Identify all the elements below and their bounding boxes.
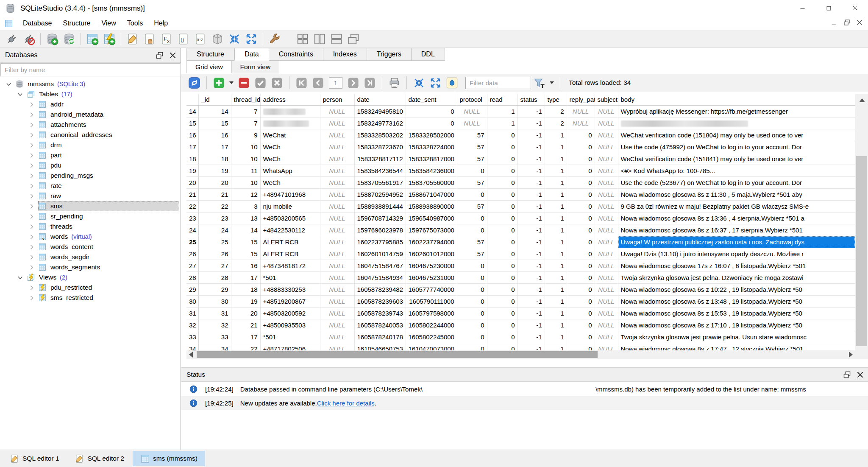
cell-body[interactable]: Nowa wiadomosc glosowa 8s z 16:37 , 17 s… xyxy=(618,224,855,236)
row-number[interactable]: 23 xyxy=(186,212,198,224)
cell-date[interactable]: 1604751584767 xyxy=(354,260,406,271)
cell-status[interactable]: -1 xyxy=(517,200,545,212)
cell-subject[interactable]: NULL xyxy=(595,224,618,236)
cell-date_sent[interactable]: 0 xyxy=(406,117,457,129)
sidebar-item-words-content[interactable]: words_content xyxy=(0,242,181,252)
cell-type[interactable]: 1 xyxy=(545,236,567,248)
cell-person[interactable]: NULL xyxy=(320,117,354,129)
cell-read[interactable]: 0 xyxy=(487,331,517,343)
cell-read[interactable]: 0 xyxy=(487,129,517,141)
del-row-icon[interactable] xyxy=(238,77,250,89)
float-icon[interactable] xyxy=(843,370,851,379)
cell-address[interactable] xyxy=(260,105,320,117)
cell-address[interactable]: ALERT RCB xyxy=(260,236,320,248)
scroll-up-icon[interactable] xyxy=(859,98,865,102)
row-number[interactable]: 27 xyxy=(186,260,198,271)
cell-address[interactable]: +48947101968 xyxy=(260,188,320,200)
chev-right-icon[interactable] xyxy=(28,162,35,169)
cell-date[interactable]: 1605878240178 xyxy=(354,331,406,343)
sidebar-item-rate[interactable]: rate xyxy=(0,181,181,191)
cell-thread_id[interactable]: 13 xyxy=(231,212,260,224)
cell-reply_path[interactable]: 0 xyxy=(567,236,595,248)
sidebar-item-drm[interactable]: drm xyxy=(0,140,181,150)
chev-right-icon[interactable] xyxy=(28,223,35,230)
convert-database-icon[interactable] xyxy=(63,33,75,45)
row-number[interactable]: 14 xyxy=(186,105,198,117)
cell-type[interactable]: 1 xyxy=(545,283,567,295)
sidebar-item-addr[interactable]: addr xyxy=(0,99,181,109)
cell-subject[interactable]: NULL xyxy=(595,271,618,283)
cell-subject[interactable]: NULL xyxy=(595,188,618,200)
row-number-header[interactable] xyxy=(186,94,198,105)
cell-thread_id[interactable]: 19 xyxy=(231,295,260,307)
mdi-rows-icon[interactable] xyxy=(330,33,343,45)
cell-subject[interactable]: NULL xyxy=(595,153,618,165)
cell-body[interactable]: Use the code (523677) on WeChat to log i… xyxy=(618,176,855,188)
cell-subject[interactable]: NULL xyxy=(595,141,618,153)
cell-protocol[interactable]: 0 xyxy=(457,224,487,236)
row-number[interactable]: 17 xyxy=(186,141,198,153)
win-close-button[interactable] xyxy=(842,0,868,17)
cell-person[interactable]: NULL xyxy=(320,295,354,307)
cell-status[interactable]: -1 xyxy=(517,153,545,165)
float-icon[interactable] xyxy=(155,51,164,60)
add-database-icon[interactable] xyxy=(46,33,58,45)
disconnect-icon[interactable] xyxy=(22,33,35,45)
cell-type[interactable]: 1 xyxy=(545,295,567,307)
cell-read[interactable]: 0 xyxy=(487,307,517,319)
cell-date[interactable]: 1605878239743 xyxy=(354,307,406,319)
cell-read[interactable]: 0 xyxy=(487,153,517,165)
chev-right-icon[interactable] xyxy=(28,264,35,271)
rollback-icon[interactable] xyxy=(271,77,283,89)
cell-subject[interactable]: NULL xyxy=(595,212,618,224)
cell-protocol[interactable]: 0 xyxy=(457,307,487,319)
cell-person[interactable]: NULL xyxy=(320,283,354,295)
cell-reply_path[interactable]: 0 xyxy=(567,295,595,307)
cell-_id[interactable]: 25 xyxy=(198,236,231,248)
cell-body[interactable]: WeChat verification code (151804) may on… xyxy=(618,129,855,141)
cell-status[interactable]: -1 xyxy=(517,307,545,319)
cell-address[interactable]: +48500935503 xyxy=(260,319,320,331)
cell-status[interactable]: -1 xyxy=(517,129,545,141)
subtab-grid-view[interactable]: Grid view xyxy=(186,61,232,73)
commit-icon[interactable] xyxy=(254,77,267,89)
cell-protocol[interactable]: 57 xyxy=(457,176,487,188)
functions-icon[interactable]: Fx xyxy=(160,33,173,45)
cell-_id[interactable]: 17 xyxy=(198,141,231,153)
chev-right-icon[interactable] xyxy=(28,111,35,118)
cell-type[interactable]: 1 xyxy=(545,153,567,165)
close-icon[interactable] xyxy=(856,370,865,379)
cell-address[interactable]: *501 xyxy=(260,331,320,343)
cell-_id[interactable]: 29 xyxy=(198,283,231,295)
row-number[interactable]: 22 xyxy=(186,200,198,212)
chev-down-icon[interactable] xyxy=(17,274,24,281)
collapse-icon[interactable] xyxy=(228,33,241,45)
sidebar-item-pdu[interactable]: pdu xyxy=(0,160,181,171)
cell-read[interactable]: 0 xyxy=(487,176,517,188)
cell-address[interactable]: WeCh xyxy=(260,153,320,165)
cell-date_sent[interactable]: 1602237794000 xyxy=(406,236,457,248)
cell-protocol[interactable]: 57 xyxy=(457,129,487,141)
cell-address[interactable]: WeCh xyxy=(260,141,320,153)
cell-protocol[interactable]: 0 xyxy=(457,165,487,176)
cell-subject[interactable]: NULL xyxy=(595,260,618,271)
row-number[interactable]: 32 xyxy=(186,319,198,331)
cell-type[interactable]: 1 xyxy=(545,165,567,176)
cell-address[interactable]: ALERT RCB xyxy=(260,248,320,260)
tab-ddl[interactable]: DDL xyxy=(412,48,445,61)
chev-down-icon[interactable] xyxy=(17,91,24,98)
cell-read[interactable]: 0 xyxy=(487,224,517,236)
ddl-history-icon[interactable] xyxy=(143,33,156,45)
cell-_id[interactable]: 32 xyxy=(198,319,231,331)
chev-right-icon[interactable] xyxy=(28,284,35,291)
cell-type[interactable]: 1 xyxy=(545,319,567,331)
cell-date[interactable]: 1596708714329 xyxy=(354,212,406,224)
cell-date_sent[interactable]: 1583328724000 xyxy=(406,141,457,153)
cell-thread_id[interactable]: 18 xyxy=(231,283,260,295)
cell-date[interactable]: 1602601014759 xyxy=(354,248,406,260)
cell-address[interactable]: +48503200565 xyxy=(260,212,320,224)
cell-date[interactable]: 1588702594952 xyxy=(354,188,406,200)
cell-protocol[interactable]: 57 xyxy=(457,248,487,260)
cell-date[interactable]: 1588938891444 xyxy=(354,200,406,212)
column-header-date_sent[interactable]: date_sent xyxy=(406,94,457,105)
